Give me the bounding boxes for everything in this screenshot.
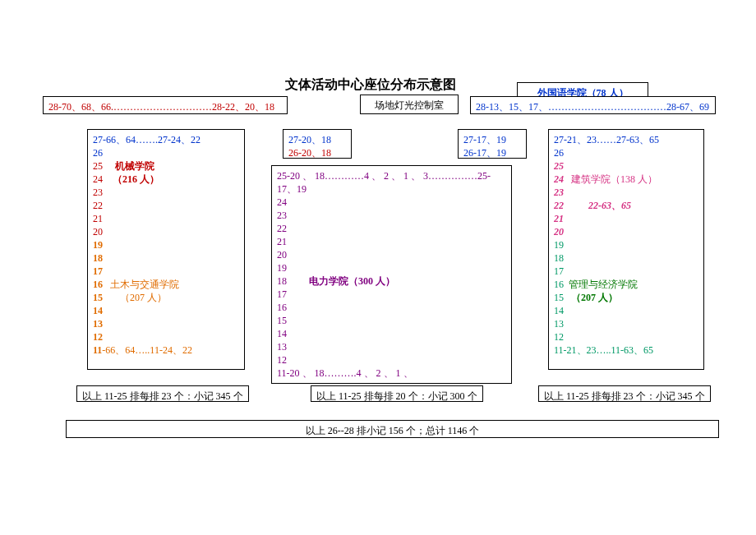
left-r12: 12: [93, 330, 239, 344]
center-r24: 24: [277, 196, 506, 209]
left-r21: 21: [93, 212, 239, 225]
left-r14: 14: [93, 304, 239, 317]
right-r15: 15: [554, 292, 564, 303]
mechanical-count: （216 人）: [113, 173, 159, 185]
right-r22-extra: 22-63、65: [588, 200, 631, 211]
right-r14: 14: [554, 304, 698, 317]
right-r11: 11-21、23…..11-63、65: [554, 344, 698, 357]
top-left-row: 28-70、68、66.…………………………28-22、20、18: [43, 96, 288, 114]
center-r22: 22: [277, 222, 506, 235]
note-right: 以上 11-25 排每排 23 个：小记 345 个: [538, 385, 711, 402]
center-r14: 14: [277, 327, 506, 340]
left-r16: 16: [93, 279, 103, 290]
left-r11-rest: -66、64…..11-24、22: [102, 344, 192, 356]
right-r21: 21: [554, 212, 698, 225]
left-small-l1: 27-20、18: [288, 133, 346, 146]
center-r17: 17: [277, 288, 506, 301]
center-r13: 13: [277, 340, 506, 353]
center-r16: 16: [277, 301, 506, 314]
right-r22: 22: [554, 200, 564, 211]
right-r18: 18: [554, 251, 698, 265]
econ-count: （207 人）: [571, 292, 618, 303]
center-r15: 15: [277, 314, 506, 327]
center-r19: 19: [277, 261, 506, 274]
right-r17: 17: [554, 265, 698, 278]
left-r18: 18: [93, 251, 239, 265]
left-r13: 13: [93, 317, 239, 330]
left-block: 27-66、64…….27-24、22 26 25 机械学院 24 （216 人…: [87, 129, 245, 370]
left-r15: 15: [93, 292, 103, 303]
econ-college: 管理与经济学院: [569, 279, 638, 290]
arch-college: 建筑学院（138 人）: [571, 173, 657, 185]
left-r17: 17: [93, 265, 239, 278]
civil-count: （207 人）: [120, 292, 167, 303]
left-r11: 11: [93, 344, 102, 356]
center-r18: 18: [277, 275, 287, 287]
mid-small-l2: 26-17、19: [463, 146, 521, 159]
left-small-l2: 26-20、18: [288, 146, 346, 159]
right-r12: 12: [554, 330, 698, 344]
left-r19: 19: [93, 238, 239, 251]
mid-small-box: 27-17、19 26-17、19: [458, 129, 527, 159]
left-r26: 26: [93, 146, 239, 159]
note-center: 以上 11-25 排每排 20 个：小记 300 个: [311, 385, 483, 402]
note-bottom-total: 以上 26--28 排小记 156 个；总计 1146 个: [66, 420, 719, 438]
note-left: 以上 11-25 排每排 23 个：小记 345 个: [76, 385, 249, 402]
center-r25: 25-20 、 18…………4 、 2 、 1 、 3……………25-17、19: [277, 169, 506, 196]
right-r24: 24: [554, 173, 564, 185]
right-r16: 16: [554, 279, 564, 290]
right-r19: 19: [554, 238, 698, 251]
top-right-row: 28-13、15、17、………………………………28-67、69: [470, 96, 716, 114]
center-r12: 12: [277, 353, 506, 367]
power-college: 电力学院（300 人）: [309, 275, 395, 287]
left-r25: 25: [93, 160, 103, 172]
center-r21: 21: [277, 235, 506, 248]
civil-college: 土木与交通学院: [110, 279, 179, 290]
left-r23: 23: [93, 186, 239, 199]
right-r27: 27-21、23……27-63、65: [554, 133, 698, 146]
right-r23: 23: [554, 186, 698, 199]
right-r20: 20: [554, 225, 698, 238]
left-r27: 27-66、64…….27-24、22: [93, 133, 239, 146]
right-r13: 13: [554, 317, 698, 330]
center-r11: 11-20 、 18……….4 、 2 、 1 、: [277, 367, 506, 380]
center-block: 25-20 、 18…………4 、 2 、 1 、 3……………25-17、19…: [271, 165, 512, 384]
right-block: 27-21、23……27-63、65 26 25 24 建筑学院（138 人） …: [548, 129, 704, 370]
control-room: 场地灯光控制室: [360, 95, 459, 114]
left-r24: 24: [93, 173, 103, 185]
right-r25: 25: [554, 159, 698, 173]
right-r26: 26: [554, 146, 698, 159]
left-r22: 22: [93, 199, 239, 212]
center-r20: 20: [277, 248, 506, 261]
left-r20: 20: [93, 225, 239, 238]
diagram-title: 文体活动中心座位分布示意图: [285, 76, 456, 94]
left-small-box: 27-20、18 26-20、18: [283, 129, 352, 159]
center-r23: 23: [277, 209, 506, 222]
mid-small-l1: 27-17、19: [463, 133, 521, 146]
mechanical-college: 机械学院: [115, 160, 154, 172]
